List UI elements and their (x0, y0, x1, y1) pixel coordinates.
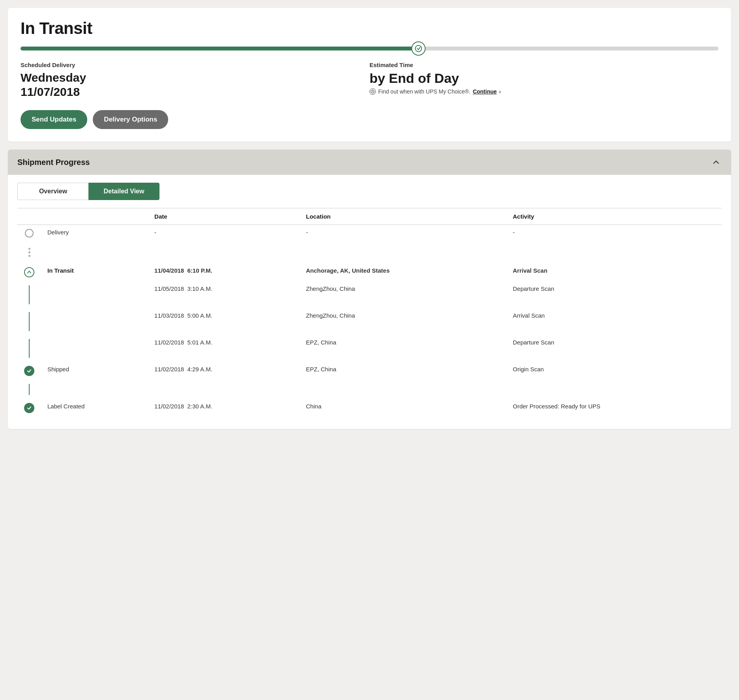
row-date-shipped: 11/02/2018 4:29 A.M. (148, 362, 300, 380)
row-activity-shipped: Origin Scan (506, 362, 722, 380)
row-activity-in-transit: Arrival Scan (506, 263, 722, 281)
row-label-empty (41, 308, 148, 335)
row-date-sub1: 11/05/2018 3:10 A.M. (148, 281, 300, 308)
top-status-card: In Transit Scheduled Delivery Wednesday … (8, 8, 731, 142)
row-label-created: Label Created (41, 399, 148, 417)
timeline-cell-line2 (17, 308, 41, 335)
timeline-check-circle (24, 366, 34, 376)
table-row: Delivery - - - (17, 225, 722, 242)
col-timeline (17, 208, 41, 225)
dot (28, 255, 30, 257)
delivery-options-button[interactable]: Delivery Options (93, 110, 168, 129)
timeline-dots (24, 245, 35, 259)
col-location: Location (300, 208, 506, 225)
my-choice-text: Find out when with UPS My Choice®. (378, 88, 471, 95)
progress-bar-wrapper (21, 47, 718, 51)
timeline-dots-cell (17, 241, 41, 263)
svg-line-3 (373, 92, 373, 92)
dot (28, 251, 30, 253)
timeline-cell-line3 (17, 335, 41, 362)
tabs-row: Overview Detailed View (8, 175, 731, 200)
table-row-sub: 11/05/2018 3:10 A.M. ZhengZhou, China De… (17, 281, 722, 308)
table-row-sub: 11/02/2018 5:01 A.M. EPZ, China Departur… (17, 335, 722, 362)
delivery-date-value: 11/07/2018 (21, 85, 80, 98)
shipment-progress-header: Shipment Progress (8, 150, 731, 175)
row-date-sub3: 11/02/2018 5:01 A.M. (148, 335, 300, 362)
progress-icon (411, 41, 426, 56)
timeline-active-circle (24, 267, 34, 277)
collapse-button[interactable] (711, 157, 722, 168)
timeline-line (29, 384, 30, 395)
row-location-created: China (300, 399, 506, 417)
timeline-cell (17, 225, 41, 242)
timeline-cell-line (17, 281, 41, 308)
shipment-table-wrapper: Date Location Activity Delivery - - - (8, 200, 731, 429)
table-header-row: Date Location Activity (17, 208, 722, 225)
timeline-cell-active (17, 263, 41, 281)
row-location-in-transit: Anchorage, AK, United States (300, 263, 506, 281)
timeline-cell-check2 (17, 399, 41, 417)
delivery-right: Estimated Time by End of Day Find out wh… (370, 62, 718, 99)
col-status (41, 208, 148, 225)
delivery-left: Scheduled Delivery Wednesday 11/07/2018 (21, 62, 370, 99)
dot (28, 248, 30, 250)
buttons-row: Send Updates Delivery Options (21, 110, 718, 129)
delivery-date: Wednesday 11/07/2018 (21, 71, 370, 99)
chevron-right-icon: › (499, 88, 501, 95)
table-row-sub: 11/03/2018 5:00 A.M. ZhengZhou, China Ar… (17, 308, 722, 335)
tab-overview[interactable]: Overview (17, 183, 88, 200)
row-location-shipped: EPZ, China (300, 362, 506, 380)
my-choice-row: Find out when with UPS My Choice®. Conti… (370, 88, 718, 95)
row-activity-created: Order Processed: Ready for UPS (506, 399, 722, 417)
progress-fill (21, 47, 418, 51)
table-row-line (17, 380, 722, 399)
continue-link[interactable]: Continue (473, 88, 497, 95)
row-location-sub3: EPZ, China (300, 335, 506, 362)
row-location-sub2: ZhengZhou, China (300, 308, 506, 335)
table-row: In Transit 11/04/2018 6:10 P.M. Anchorag… (17, 263, 722, 281)
row-location-delivery: - (300, 225, 506, 242)
timeline-line (29, 339, 30, 358)
estimated-time-label: Estimated Time (370, 62, 718, 68)
shipment-table: Date Location Activity Delivery - - - (17, 208, 722, 417)
timeline-empty-circle (25, 229, 34, 238)
progress-track (21, 47, 718, 51)
row-activity-sub3: Departure Scan (506, 335, 722, 362)
timeline-line (29, 312, 30, 331)
delivery-day: Wednesday (21, 71, 86, 84)
col-activity: Activity (506, 208, 722, 225)
timeline-line (29, 285, 30, 304)
timeline-check-circle2 (24, 403, 34, 413)
row-date-delivery: - (148, 225, 300, 242)
timeline-cell-line4 (17, 380, 41, 399)
row-activity-sub2: Arrival Scan (506, 308, 722, 335)
send-updates-button[interactable]: Send Updates (21, 110, 87, 129)
row-label-shipped: Shipped (41, 362, 148, 380)
status-title: In Transit (21, 19, 718, 38)
row-label-delivery: Delivery (41, 225, 148, 242)
estimated-time-value: by End of Day (370, 71, 718, 86)
shipment-progress-title: Shipment Progress (17, 158, 90, 167)
svg-point-0 (415, 45, 422, 52)
shipment-progress-card: Shipment Progress Overview Detailed View… (8, 150, 731, 429)
timeline-cell-check (17, 362, 41, 380)
table-row: Label Created 11/02/2018 2:30 A.M. China… (17, 399, 722, 417)
row-date-in-transit: 11/04/2018 6:10 P.M. (148, 263, 300, 281)
row-activity-delivery: - (506, 225, 722, 242)
scheduled-delivery-label: Scheduled Delivery (21, 62, 370, 68)
row-label-in-transit: In Transit (41, 263, 148, 281)
table-row-dots (17, 241, 722, 263)
table-row: Shipped 11/02/2018 4:29 A.M. EPZ, China … (17, 362, 722, 380)
col-date: Date (148, 208, 300, 225)
row-date-created: 11/02/2018 2:30 A.M. (148, 399, 300, 417)
row-label-empty (41, 281, 148, 308)
clock-icon (370, 88, 376, 95)
tab-detailed[interactable]: Detailed View (88, 183, 159, 200)
row-location-sub1: ZhengZhou, China (300, 281, 506, 308)
row-activity-sub1: Departure Scan (506, 281, 722, 308)
row-label-empty (41, 335, 148, 362)
row-date-sub2: 11/03/2018 5:00 A.M. (148, 308, 300, 335)
delivery-info: Scheduled Delivery Wednesday 11/07/2018 … (21, 62, 718, 99)
